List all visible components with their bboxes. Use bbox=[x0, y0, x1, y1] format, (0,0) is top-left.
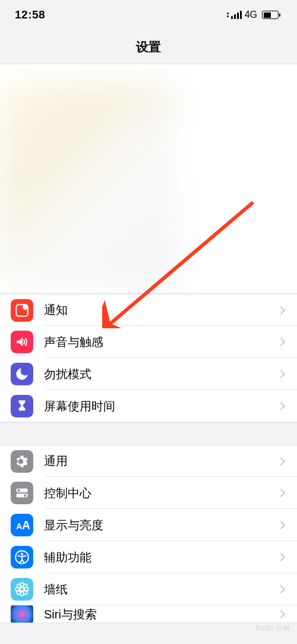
settings-row-wallpaper[interactable]: 墙纸 bbox=[0, 573, 297, 605]
settings-label: 墙纸 bbox=[44, 582, 278, 598]
settings-row-display[interactable]: AA 显示与亮度 bbox=[0, 509, 297, 541]
chevron-right-icon bbox=[277, 585, 285, 593]
network-label: 4G bbox=[245, 10, 257, 20]
settings-label: 通知 bbox=[44, 302, 278, 318]
settings-label: 辅助功能 bbox=[44, 549, 278, 566]
svg-point-10 bbox=[20, 588, 24, 592]
chevron-right-icon bbox=[277, 610, 285, 618]
status-right: 4G bbox=[227, 10, 280, 20]
chevron-right-icon bbox=[277, 521, 285, 529]
accessibility-icon bbox=[11, 546, 33, 568]
settings-row-screentime[interactable]: 屏幕使用时间 bbox=[0, 390, 297, 422]
settings-label: 屏幕使用时间 bbox=[44, 398, 278, 414]
gear-icon bbox=[11, 450, 33, 473]
settings-label: 声音与触感 bbox=[44, 334, 278, 350]
settings-row-notifications[interactable]: 通知 bbox=[0, 294, 297, 326]
settings-group-system: 通用 控制中心 AA 显示与亮度 辅助功能 墙纸 Siri与搜索 bbox=[0, 445, 297, 623]
settings-label: Siri与搜索 bbox=[44, 607, 278, 623]
status-bar: 12:58 4G bbox=[0, 0, 297, 30]
settings-label: 显示与亮度 bbox=[44, 517, 278, 533]
notifications-icon bbox=[11, 299, 33, 322]
settings-row-controlcenter[interactable]: 控制中心 bbox=[0, 477, 297, 509]
svg-text:A: A bbox=[16, 522, 22, 531]
settings-row-accessibility[interactable]: 辅助功能 bbox=[0, 541, 297, 573]
group-separator bbox=[0, 422, 297, 445]
battery-icon bbox=[262, 11, 280, 19]
chevron-right-icon bbox=[277, 489, 285, 497]
header-bar: 设置 bbox=[0, 30, 297, 64]
chevron-right-icon bbox=[277, 306, 285, 314]
settings-row-siri[interactable]: Siri与搜索 bbox=[0, 605, 297, 623]
settings-label: 通用 bbox=[44, 453, 278, 469]
moon-icon bbox=[11, 363, 33, 385]
svg-point-9 bbox=[21, 552, 23, 555]
hourglass-icon bbox=[11, 395, 33, 417]
page-title: 设置 bbox=[136, 39, 161, 55]
svg-text:A: A bbox=[22, 519, 30, 532]
svg-point-5 bbox=[24, 494, 26, 497]
svg-point-1 bbox=[23, 304, 28, 310]
settings-row-sounds[interactable]: 声音与触感 bbox=[0, 326, 297, 358]
settings-label: 勿扰模式 bbox=[44, 366, 278, 382]
flower-icon bbox=[11, 578, 33, 601]
settings-row-dnd[interactable]: 勿扰模式 bbox=[0, 358, 297, 390]
text-size-icon: AA bbox=[11, 514, 33, 536]
chevron-right-icon bbox=[277, 402, 285, 410]
siri-icon bbox=[11, 605, 33, 623]
profile-section-blurred bbox=[0, 64, 297, 294]
watermark: Baidu 经验 bbox=[255, 623, 290, 633]
chevron-right-icon bbox=[277, 457, 285, 465]
settings-row-general[interactable]: 通用 bbox=[0, 445, 297, 477]
toggle-icon bbox=[11, 482, 33, 504]
svg-point-3 bbox=[17, 489, 20, 492]
settings-label: 控制中心 bbox=[44, 485, 278, 501]
sounds-icon bbox=[11, 331, 33, 353]
chevron-right-icon bbox=[277, 370, 285, 378]
status-time: 12:58 bbox=[15, 8, 45, 21]
settings-group-alerts: 通知 声音与触感 勿扰模式 屏幕使用时间 bbox=[0, 294, 297, 422]
signal-icon bbox=[231, 11, 242, 19]
chevron-right-icon bbox=[277, 338, 285, 346]
chevron-right-icon bbox=[277, 553, 285, 561]
